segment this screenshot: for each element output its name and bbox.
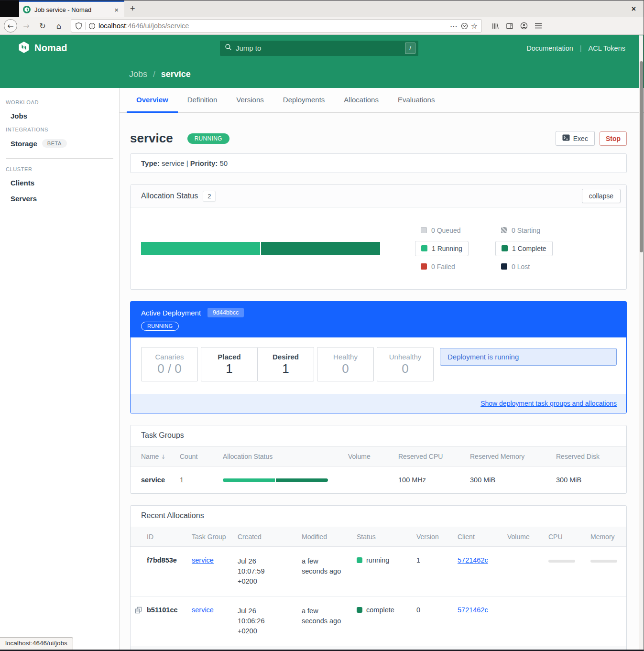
col-task-group[interactable]: Task Group [192,527,238,547]
breadcrumb-jobs-link[interactable]: Jobs [129,69,147,79]
col-allocation-status[interactable]: Allocation Status [223,447,348,467]
back-button[interactable]: ← [4,19,17,33]
scrollbar-thumb[interactable] [640,61,643,252]
allocation-cpu [548,597,590,646]
allocation-memory [590,597,626,646]
tab-title: Job service - Nomad [34,6,109,13]
sidebar-item-jobs[interactable]: Jobs [0,108,119,124]
col-count[interactable]: Count [180,447,223,467]
acl-tokens-link[interactable]: ACL Tokens [589,44,625,52]
url-bar[interactable]: localhost:4646/ui/jobs/service ··· ☆ [71,19,482,33]
complete-swatch-icon [502,245,508,251]
url-domain: localhost [98,22,126,30]
exec-button[interactable]: Exec [556,131,595,146]
tab-versions[interactable]: Versions [227,88,273,113]
site-info-icon[interactable] [88,22,96,30]
col-client[interactable]: Client [458,527,507,547]
task-group-link[interactable]: service [192,556,214,564]
client-link[interactable]: 5721462c [458,556,488,564]
browser-tab[interactable]: Job service - Nomad × [19,0,124,17]
pocket-icon[interactable] [461,22,468,30]
tab-close-icon[interactable]: × [112,6,120,14]
forward-button[interactable]: → [19,19,33,33]
job-meta-card: Type: service | Priority: 50 [130,153,627,173]
recent-allocations-card: Recent Allocations ID Task Group Created… [130,505,627,651]
tab-allocations[interactable]: Allocations [334,88,388,113]
allocation-volume [507,547,548,597]
toolbar-right-icons [487,22,547,30]
breadcrumb-current: service [161,69,191,79]
stop-button[interactable]: Stop [600,131,627,146]
nomad-favicon-icon [23,6,31,13]
client-link[interactable]: 5721462c [458,606,488,614]
allocation-task-group: service [192,597,238,646]
window-close-button[interactable]: × [624,5,644,13]
allocation-row[interactable]: b51101cc service Jul 26 10:06:26 +0200 a… [131,597,626,646]
sidebar-item-storage[interactable]: Storage BETA [0,135,119,152]
library-icon[interactable] [491,22,499,30]
minibar-running-segment [223,478,275,482]
exec-button-label: Exec [573,135,588,142]
nomad-logo-icon [18,41,30,55]
allocation-status: complete [357,597,416,646]
bookmark-star-icon[interactable]: ☆ [471,22,478,31]
menu-hamburger-icon[interactable] [535,22,542,29]
task-group-row[interactable]: service 1 100 MHz 300 MiB 3 [131,467,626,494]
account-icon[interactable] [520,22,528,30]
allocation-id: b51101cc [131,597,192,646]
tab-definition[interactable]: Definition [178,88,227,113]
allocation-cpu [548,547,590,597]
col-memory[interactable]: Memory [590,527,626,547]
home-button[interactable]: ⌂ [52,19,66,33]
new-tab-button[interactable]: + [124,2,141,16]
bar-segment-complete[interactable] [261,242,380,255]
url-text[interactable]: localhost:4646/ui/jobs/service [98,22,448,30]
rescheduled-icon [135,607,142,615]
col-cpu[interactable]: CPU [548,527,590,547]
tab-overview[interactable]: Overview [127,88,178,113]
refresh-button[interactable]: ↻ [35,19,50,33]
complete-status-icon [357,607,362,613]
sidebar-toggle-icon[interactable] [506,22,513,30]
priority-label: Priority: [190,159,218,167]
page-actions-icon[interactable]: ··· [450,22,458,30]
allocation-row[interactable]: f7bd853e service Jul 26 10:07:59 +0200 a… [131,547,626,597]
col-volume[interactable]: Volume [348,447,398,467]
col-reserved-memory[interactable]: Reserved Memory [470,447,556,467]
documentation-link[interactable]: Documentation [526,44,573,52]
deployment-metrics: Canaries 0 / 0 Placed 1 Desired 1 [131,337,626,394]
active-deployment-card: Active Deployment 9d44bbcc RUNNING Canar… [130,301,627,413]
collapse-button[interactable]: collapse [582,189,621,203]
sidebar-item-clients[interactable]: Clients [0,175,119,191]
col-id[interactable]: ID [131,527,192,547]
col-volume[interactable]: Volume [507,527,548,547]
col-modified[interactable]: Modified [302,527,357,547]
deployment-id-badge[interactable]: 9d44bbcc [207,308,244,317]
minibar-complete-segment [276,478,328,482]
page-scrollbar[interactable] [639,35,643,650]
col-name[interactable]: Name↓ [131,447,180,467]
allocation-status: running [357,547,416,597]
bar-segment-running[interactable] [141,242,260,255]
search-input[interactable] [236,44,401,52]
allocation-status-bar-chart [141,242,380,255]
task-group-link[interactable]: service [192,606,214,614]
col-reserved-disk[interactable]: Reserved Disk [556,447,626,467]
nomad-brand[interactable]: Nomad [18,41,67,55]
allocation-memory [590,547,626,597]
show-deployment-link[interactable]: Show deployment task groups and allocati… [480,400,617,407]
breadcrumb: Jobs / service [0,61,644,88]
legend-running[interactable]: 1 Running [415,241,469,256]
metric-desired: Desired 1 [257,347,314,381]
col-version[interactable]: Version [416,527,458,547]
col-reserved-cpu[interactable]: Reserved CPU [398,447,470,467]
tab-evaluations[interactable]: Evaluations [388,88,445,113]
col-created[interactable]: Created [238,527,302,547]
tab-deployments[interactable]: Deployments [273,88,335,113]
col-status[interactable]: Status [357,527,416,547]
legend-complete[interactable]: 1 Complete [495,241,553,256]
recent-allocations-header-row: ID Task Group Created Modified Status Ve… [131,527,626,547]
jump-to-search[interactable]: / [220,41,418,56]
sidebar-item-servers[interactable]: Servers [0,191,119,206]
shield-icon[interactable] [75,22,82,30]
